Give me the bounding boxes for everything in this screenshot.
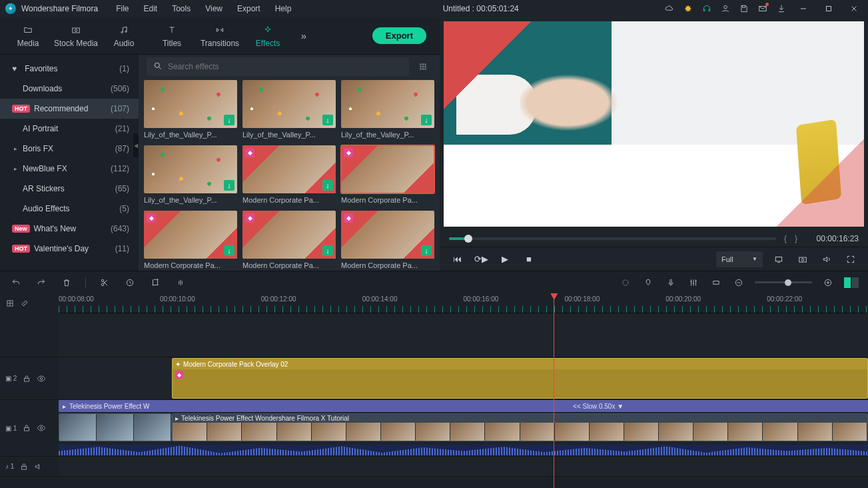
headphones-icon[interactable] [701, 3, 712, 14]
download-icon[interactable]: ↓ [322, 180, 333, 191]
gallery-thumb[interactable]: ◆ [341, 145, 434, 193]
audio-beat-button[interactable] [174, 276, 187, 289]
clip-purple-bar[interactable]: ▸ Telekinesis Power Effect W << Slow 0.5… [59, 400, 868, 412]
prev-frame-button[interactable]: ⏮ [449, 251, 465, 267]
lock-icon[interactable] [19, 462, 29, 471]
download-icon[interactable] [776, 3, 787, 14]
search-input[interactable] [168, 62, 402, 71]
time-ruler[interactable]: 00:00:08:0000:00:10:0000:00:12:0000:00:1… [59, 293, 868, 313]
clip-effect[interactable]: ✦Modern Corporate Pack Overlay 02 ◆ [172, 358, 868, 399]
gallery-thumb[interactable]: ◆↓ [144, 211, 237, 259]
gallery-thumb[interactable]: ↓ [144, 80, 237, 128]
zoom-thumb[interactable] [785, 279, 791, 286]
sidebar-item-what-s-new[interactable]: NewWhat's New(643) [0, 219, 139, 239]
snap-button[interactable] [709, 276, 723, 289]
gallery-card[interactable]: ◆↓Modern Corporate Pa... [242, 145, 336, 204]
effect-lane[interactable]: ✦Modern Corporate Pack Overlay 02 ◆ [59, 357, 868, 399]
scrubber-track[interactable] [449, 237, 776, 240]
save-icon[interactable] [739, 3, 749, 14]
download-icon[interactable]: ↓ [224, 180, 234, 191]
tab-audio[interactable]: Audio [100, 24, 148, 48]
menu-view[interactable]: View [199, 4, 228, 13]
sidebar-collapse-handle[interactable]: ◀ [133, 133, 139, 157]
export-button[interactable]: Export [372, 27, 426, 44]
sidebar-item-audio-effects[interactable]: Audio Effects(5) [0, 199, 139, 219]
gallery-thumb[interactable]: ◆↓ [242, 145, 336, 193]
sidebar-item-recommended[interactable]: HOTRecommended(107) [0, 99, 139, 119]
speed-button[interactable] [123, 276, 137, 289]
preview-canvas[interactable] [444, 21, 864, 227]
gallery-card[interactable]: ◆Modern Corporate Pa... [341, 145, 434, 204]
window-maximize[interactable] [820, 3, 837, 15]
scrubber-thumb[interactable] [464, 235, 472, 243]
menu-help[interactable]: Help [269, 4, 298, 13]
zoom-in-button[interactable] [821, 276, 835, 289]
crop-button[interactable] [149, 276, 162, 289]
empty-lane[interactable] [59, 313, 868, 357]
sun-icon[interactable]: ✸ [683, 3, 693, 14]
tab-overflow[interactable]: » [292, 30, 316, 41]
stop-button[interactable]: ■ [521, 251, 537, 267]
gallery-thumb[interactable]: ◆↓ [341, 211, 434, 259]
sidebar-item-boris-fx[interactable]: ▸Boris FX(87) [0, 139, 139, 159]
zoom-out-button[interactable] [732, 276, 745, 289]
audio-lane[interactable] [59, 457, 868, 476]
gallery-card[interactable]: ↓Lily_of_the_Valley_P... [144, 145, 237, 204]
zoom-slider[interactable] [755, 281, 812, 283]
download-icon[interactable]: ↓ [224, 115, 234, 125]
detach-preview-icon[interactable] [771, 251, 787, 267]
menu-edit[interactable]: Edit [138, 4, 164, 13]
window-minimize[interactable] [795, 3, 812, 15]
cloud-icon[interactable] [664, 3, 675, 14]
gallery-thumb[interactable]: ↓ [341, 80, 434, 128]
marker-button[interactable] [642, 276, 655, 289]
play-loop-button[interactable]: ⟳▶ [473, 251, 489, 267]
split-button[interactable] [98, 276, 111, 289]
download-icon[interactable]: ↓ [224, 245, 234, 256]
download-icon[interactable]: ↓ [322, 115, 333, 125]
menu-export[interactable]: Export [231, 4, 266, 13]
play-button[interactable]: ▶ [497, 251, 513, 267]
quality-select[interactable]: Full▼ [716, 251, 763, 267]
gallery-card[interactable]: ◆↓Modern Corporate Pa... [341, 211, 434, 269]
tab-stock[interactable]: Stock Media [52, 24, 100, 48]
render-button[interactable] [619, 276, 632, 289]
gallery-card[interactable]: ↓Lily_of_the_Valley_P... [341, 80, 434, 139]
snapshot-icon[interactable] [795, 251, 811, 267]
menu-tools[interactable]: Tools [166, 4, 197, 13]
clip-video-main[interactable]: ▸Telekinesis Power Effect Wondershare Fi… [172, 413, 868, 441]
link-icon[interactable] [20, 299, 29, 308]
sidebar-item-downloads[interactable]: Downloads(506) [0, 79, 139, 99]
manage-tracks-icon[interactable] [5, 299, 15, 308]
speaker-icon[interactable] [34, 462, 43, 471]
gallery-thumb[interactable]: ↓ [242, 80, 336, 128]
mark-in-icon[interactable]: { [784, 234, 787, 243]
clip-video-intro[interactable] [59, 413, 172, 441]
tab-effects[interactable]: Effects [244, 24, 292, 48]
gallery-card[interactable]: ◆↓Modern Corporate Pa... [242, 211, 336, 269]
volume-icon[interactable] [819, 251, 835, 267]
fullscreen-icon[interactable] [843, 251, 859, 267]
mixer-button[interactable] [687, 276, 700, 289]
gallery-card[interactable]: ◆↓Modern Corporate Pa... [144, 211, 237, 269]
gallery-card[interactable]: ↓Lily_of_the_Valley_P... [144, 80, 237, 139]
eye-icon[interactable] [37, 374, 46, 383]
lock-icon[interactable] [22, 423, 31, 433]
download-icon[interactable]: ↓ [421, 115, 432, 125]
sidebar-item-favorites[interactable]: ♥Favorites(1) [0, 59, 139, 79]
sidebar-item-newblue-fx[interactable]: ▸NewBlue FX(112) [0, 159, 139, 179]
voiceover-button[interactable] [664, 276, 677, 289]
download-icon[interactable]: ↓ [322, 245, 333, 256]
eye-icon[interactable] [37, 423, 46, 433]
slow-indicator[interactable]: << Slow 0.50x ▼ [573, 403, 624, 410]
playhead[interactable] [554, 293, 554, 488]
gallery-card[interactable]: ↓Lily_of_the_Valley_P... [242, 80, 336, 139]
video-lane[interactable]: ▸ Telekinesis Power Effect W << Slow 0.5… [59, 400, 868, 456]
gallery-thumb[interactable]: ◆↓ [242, 211, 336, 259]
delete-button[interactable] [60, 276, 73, 289]
window-close[interactable] [845, 3, 863, 15]
tab-media[interactable]: Media [4, 24, 52, 48]
mail-icon[interactable] [757, 3, 768, 14]
tab-titles[interactable]: Titles [148, 24, 196, 48]
menu-file[interactable]: File [110, 4, 135, 13]
